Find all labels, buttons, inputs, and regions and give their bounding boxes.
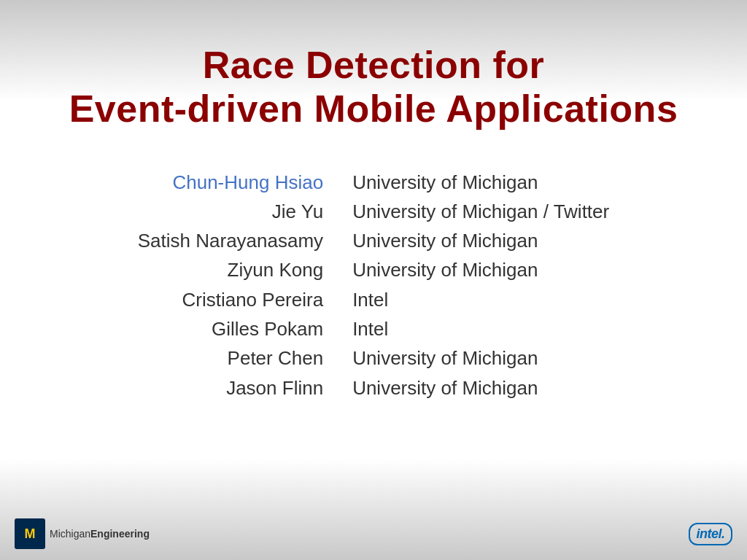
- slide-title: Race Detection for Event-driven Mobile A…: [44, 44, 703, 131]
- author-affiliation-2: University of Michigan: [352, 226, 609, 255]
- michigan-engineering-logo: M MichiganEngineering: [15, 518, 150, 549]
- author-name-6: Peter Chen: [138, 343, 323, 373]
- authors-affiliations: University of MichiganUniversity of Mich…: [338, 168, 609, 497]
- author-affiliation-7: University of Michigan: [352, 373, 609, 402]
- authors-section: Chun-Hung HsiaoJie YuSatish Narayanasamy…: [44, 168, 703, 497]
- author-affiliation-0: University of Michigan: [352, 168, 609, 197]
- authors-names: Chun-Hung HsiaoJie YuSatish Narayanasamy…: [138, 168, 338, 497]
- author-name-5: Gilles Pokam: [138, 314, 323, 343]
- author-name-7: Jason Flinn: [138, 373, 323, 402]
- author-name-4: Cristiano Pereira: [138, 285, 323, 314]
- footer: M MichiganEngineering intel.: [0, 511, 747, 560]
- author-name-3: Ziyun Kong: [138, 255, 323, 284]
- author-name-1: Jie Yu: [138, 197, 323, 226]
- author-affiliation-4: Intel: [352, 285, 609, 314]
- michigan-logo-text: MichiganEngineering: [50, 528, 150, 540]
- author-affiliation-3: University of Michigan: [352, 255, 609, 284]
- author-affiliation-5: Intel: [352, 314, 609, 343]
- author-name-0: Chun-Hung Hsiao: [138, 168, 323, 197]
- intel-logo: intel.: [689, 519, 732, 548]
- author-name-2: Satish Narayanasamy: [138, 226, 323, 255]
- title-line2: Event-driven Mobile Applications: [69, 88, 678, 130]
- title-section: Race Detection for Event-driven Mobile A…: [44, 44, 703, 131]
- slide-content: Race Detection for Event-driven Mobile A…: [0, 0, 747, 511]
- author-affiliation-6: University of Michigan: [352, 343, 609, 373]
- author-affiliation-1: University of Michigan / Twitter: [352, 197, 609, 226]
- michigan-logo-icon: M: [15, 518, 45, 549]
- intel-badge-text: intel.: [689, 523, 732, 545]
- title-line1: Race Detection for: [203, 44, 544, 86]
